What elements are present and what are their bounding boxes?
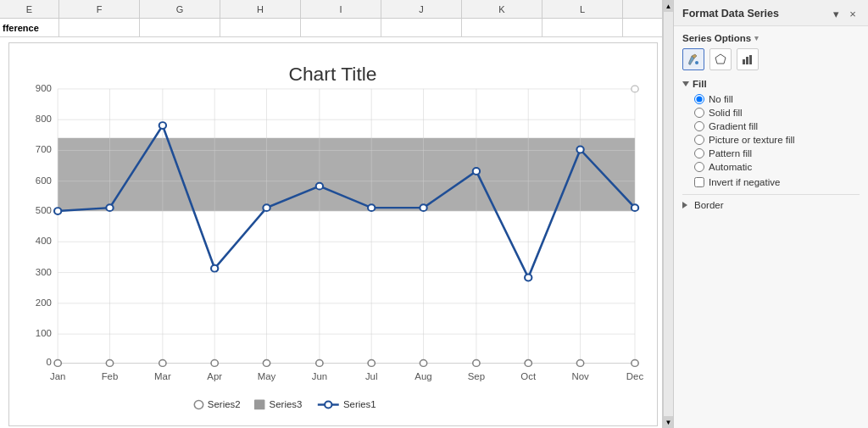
border-collapse-icon — [682, 202, 687, 208]
chart-wrapper[interactable]: Chart Title — [8, 42, 658, 426]
checkbox-invert-label: Invert if negative — [709, 177, 780, 187]
chart-title: Chart Title — [288, 64, 376, 85]
svg-text:Apr: Apr — [207, 371, 222, 381]
svg-text:0: 0 — [47, 358, 52, 368]
svg-point-53 — [368, 204, 375, 211]
fill-label: Fill — [693, 79, 707, 89]
svg-point-59 — [54, 360, 61, 367]
svg-point-55 — [473, 168, 480, 175]
svg-point-70 — [632, 360, 638, 367]
svg-rect-82 — [746, 57, 748, 64]
svg-text:900: 900 — [36, 83, 52, 93]
radio-automatic-input[interactable] — [694, 162, 704, 172]
svg-text:Jan: Jan — [50, 371, 65, 381]
series-options-arrow: ▾ — [754, 34, 759, 42]
svg-text:400: 400 — [36, 236, 52, 247]
radio-automatic[interactable]: Automatic — [694, 162, 860, 172]
col-header-k: K — [462, 0, 542, 18]
fill-collapse-icon — [682, 81, 689, 86]
svg-text:Series1: Series1 — [343, 400, 376, 410]
border-section: Border — [682, 194, 860, 210]
radio-solid-fill[interactable]: Solid fill — [694, 108, 860, 118]
svg-text:700: 700 — [36, 145, 52, 155]
row-fference: fference — [0, 19, 662, 37]
cell-l1 — [542, 19, 623, 36]
radio-picture-fill-label: Picture or texture fill — [709, 135, 795, 145]
radio-automatic-label: Automatic — [709, 162, 752, 172]
radio-gradient-fill-label: Gradient fill — [709, 121, 758, 131]
svg-point-72 — [194, 401, 203, 409]
svg-point-79 — [695, 61, 698, 64]
chart-svg: Chart Title — [9, 43, 657, 425]
svg-point-51 — [263, 204, 270, 211]
panel-body: Series Options ▾ — [674, 26, 868, 428]
radio-no-fill[interactable]: No fill — [694, 94, 860, 104]
svg-point-63 — [263, 360, 270, 367]
fill-icon-btn[interactable] — [682, 48, 704, 70]
column-headers: E F G H I J K L — [0, 0, 662, 19]
svg-rect-74 — [254, 400, 264, 410]
radio-solid-fill-label: Solid fill — [709, 108, 743, 118]
scroll-track[interactable] — [664, 12, 673, 416]
svg-text:200: 200 — [36, 297, 52, 308]
svg-text:600: 600 — [36, 175, 52, 186]
svg-text:Oct: Oct — [520, 371, 536, 381]
svg-point-47 — [54, 208, 61, 214]
panel-icon-group: ▾ × — [829, 7, 860, 20]
radio-gradient-fill-input[interactable] — [694, 121, 704, 131]
col-header-f: F — [59, 0, 140, 18]
svg-text:800: 800 — [36, 114, 52, 124]
panel-dropdown-btn[interactable]: ▾ — [829, 7, 843, 20]
svg-point-67 — [473, 360, 480, 367]
svg-point-56 — [525, 275, 531, 281]
radio-solid-fill-input[interactable] — [694, 108, 704, 118]
radio-pattern-fill-input[interactable] — [694, 148, 704, 158]
checkbox-invert[interactable]: Invert if negative — [694, 177, 860, 187]
grid-area: fference Chart Title — [0, 19, 662, 428]
radio-picture-fill[interactable]: Picture or texture fill — [694, 135, 860, 145]
effects-icon-btn[interactable] — [709, 48, 732, 70]
svg-point-52 — [316, 183, 323, 190]
svg-point-49 — [159, 122, 166, 129]
svg-text:Nov: Nov — [571, 371, 589, 381]
col-header-g: G — [140, 0, 220, 18]
svg-point-64 — [316, 360, 323, 367]
scrollbar[interactable]: ▲ ▼ — [663, 0, 673, 428]
svg-point-61 — [159, 360, 166, 367]
panel-title: Format Data Series — [682, 8, 779, 19]
svg-rect-83 — [749, 55, 752, 64]
format-data-series-panel: Format Data Series ▾ × Series Options ▾ — [673, 0, 868, 428]
series-options-icon-btn[interactable] — [737, 48, 759, 70]
svg-point-57 — [576, 147, 583, 153]
radio-gradient-fill[interactable]: Gradient fill — [694, 121, 860, 131]
scroll-up-btn[interactable]: ▲ — [664, 0, 674, 12]
cell-j1 — [381, 19, 462, 36]
checkbox-invert-input[interactable] — [694, 177, 704, 187]
radio-picture-fill-input[interactable] — [694, 135, 704, 145]
col-header-i: I — [301, 0, 381, 18]
svg-text:May: May — [258, 371, 276, 381]
radio-pattern-fill-label: Pattern fill — [709, 148, 752, 158]
radio-no-fill-input[interactable] — [694, 94, 704, 104]
scroll-down-btn[interactable]: ▼ — [664, 416, 674, 428]
radio-pattern-fill[interactable]: Pattern fill — [694, 148, 860, 158]
spreadsheet-area: E F G H I J K L fference Chart Title — [0, 0, 663, 428]
svg-marker-80 — [715, 54, 726, 64]
svg-point-54 — [420, 204, 426, 211]
fill-section-header[interactable]: Fill — [682, 79, 860, 89]
svg-text:300: 300 — [36, 267, 52, 277]
svg-text:Jun: Jun — [312, 371, 327, 381]
cell-i1 — [301, 19, 381, 36]
svg-point-65 — [368, 360, 375, 367]
svg-point-62 — [211, 360, 218, 367]
cell-h1 — [220, 19, 301, 36]
fill-section: Fill No fill Solid fill Gradient fill — [682, 79, 860, 187]
panel-close-btn[interactable]: × — [846, 7, 860, 20]
border-section-header[interactable]: Border — [682, 200, 860, 210]
svg-text:Jul: Jul — [365, 371, 378, 381]
col-header-j: J — [381, 0, 462, 18]
fill-radio-group: No fill Solid fill Gradient fill Picture… — [694, 94, 860, 187]
svg-point-77 — [325, 402, 331, 409]
svg-text:500: 500 — [36, 205, 52, 215]
cell-f1 — [59, 19, 140, 36]
